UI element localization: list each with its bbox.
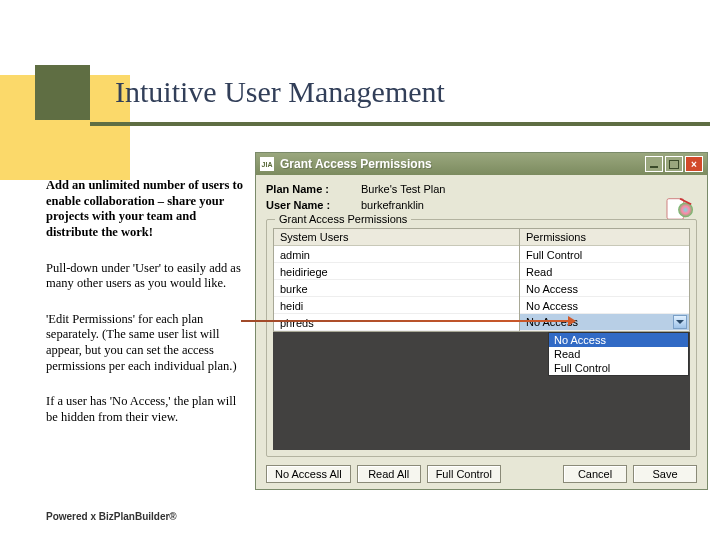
bullet-1: Add an unlimited number of users to enab… [46, 178, 246, 241]
read-all-button[interactable]: Read All [357, 465, 421, 483]
table-row[interactable]: heidiriege [274, 263, 519, 280]
bullet-2: Pull-down under 'User' to easily add as … [46, 261, 246, 292]
permission-cell[interactable]: Read [520, 263, 689, 280]
no-access-all-button[interactable]: No Access All [266, 465, 351, 483]
permissions-table: System Users admin heidiriege burke heid… [273, 228, 690, 332]
dropdown-option[interactable]: Read [549, 347, 688, 361]
annotation-arrow [241, 320, 569, 322]
table-row[interactable]: heidi [274, 297, 519, 314]
title-underline [90, 122, 710, 126]
users-column-header[interactable]: System Users [274, 229, 519, 246]
accent-square [35, 65, 90, 120]
full-control-button[interactable]: Full Control [427, 465, 501, 483]
slide-title: Intuitive User Management [115, 75, 445, 109]
dialog-button-row: No Access All Read All Full Control Canc… [266, 465, 697, 483]
permissions-group: Grant Access Permissions System Users ad… [266, 219, 697, 457]
save-button[interactable]: Save [633, 465, 697, 483]
group-legend: Grant Access Permissions [275, 213, 411, 225]
plan-name-value: Burke's Test Plan [361, 183, 445, 195]
permission-cell[interactable]: No Access [520, 297, 689, 314]
bullet-3: 'Edit Permissions' for each plan separat… [46, 312, 246, 375]
table-row[interactable]: admin [274, 246, 519, 263]
chevron-down-icon[interactable] [673, 315, 687, 329]
permission-cell[interactable]: No Access [520, 280, 689, 297]
table-row[interactable]: burke [274, 280, 519, 297]
table-row[interactable]: phreds [274, 314, 519, 331]
user-name-value: burkefranklin [361, 199, 424, 211]
footer-text: Powered x BizPlanBuilder® [46, 511, 177, 522]
cancel-button[interactable]: Cancel [563, 465, 627, 483]
user-name-label: User Name : [266, 199, 361, 211]
plan-name-label: Plan Name : [266, 183, 361, 195]
dialog-title: Grant Access Permissions [280, 157, 645, 171]
minimize-button[interactable] [645, 156, 663, 172]
dropdown-option[interactable]: Full Control [549, 361, 688, 375]
app-icon: JIA [260, 157, 274, 171]
bullet-4: If a user has 'No Access,' the plan will… [46, 394, 246, 425]
permissions-icon [665, 195, 695, 221]
perms-column-header[interactable]: Permissions [520, 229, 689, 246]
close-button[interactable]: × [685, 156, 703, 172]
dropdown-option[interactable]: No Access [549, 333, 688, 347]
permission-dropdown[interactable]: No Access [520, 314, 689, 331]
permission-cell[interactable]: Full Control [520, 246, 689, 263]
grant-access-dialog: JIA Grant Access Permissions × Plan Name… [255, 152, 708, 490]
dialog-titlebar: JIA Grant Access Permissions × [256, 153, 707, 175]
bullet-list: Add an unlimited number of users to enab… [46, 178, 246, 446]
maximize-button[interactable] [665, 156, 683, 172]
permission-dropdown-list: No Access Read Full Control [548, 332, 689, 376]
